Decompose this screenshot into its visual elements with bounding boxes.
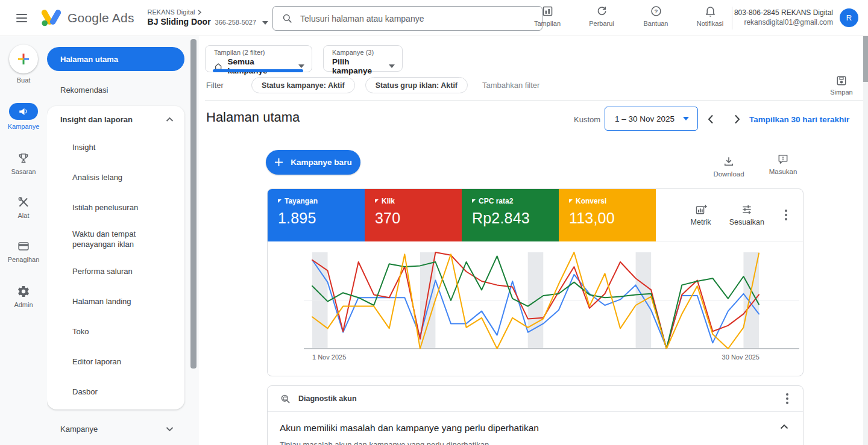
create-button[interactable]	[9, 45, 38, 73]
date-range-value: 1 – 30 Nov 2025	[615, 114, 675, 123]
diagnostics-header: Diagnostik akun	[268, 386, 803, 412]
diagnostics-subtitle: Tinjau masalah akun dan kampanye yang pe…	[280, 440, 788, 445]
notifications-button[interactable]: Notifikasi	[691, 5, 729, 27]
dropdown-caret-icon	[389, 64, 395, 68]
campaigns-pill	[9, 103, 38, 120]
nav-item-report-editor[interactable]: Editor laporan	[47, 347, 184, 377]
date-mode-label: Kustom	[574, 115, 600, 124]
megaphone-icon	[18, 106, 29, 117]
filter-label: Filter	[206, 81, 224, 90]
metric-dropdown-icon	[569, 199, 573, 203]
nav-group-campaigns[interactable]: Kampanye	[47, 417, 184, 441]
nav-item-auction-insights[interactable]: Analisis lelang	[47, 163, 184, 193]
help-icon: ?	[650, 5, 662, 17]
download-icon	[723, 155, 735, 167]
chevron-left-icon	[708, 114, 714, 124]
account-name: BJ Sliding Door	[148, 17, 211, 28]
chart-controls: Metrik Sesuaikan	[656, 189, 803, 241]
credit-card-icon	[17, 240, 30, 253]
rail-label-tools: Alat	[18, 212, 30, 219]
product-name: Google Ads	[68, 11, 134, 25]
metric-card-impressions[interactable]: Tayangan 1.895	[268, 189, 365, 241]
icon-rail: Buat Kampanye Sasaran Alat	[0, 36, 47, 445]
show-last-30-days-link[interactable]: Tampilkan 30 hari terakhir	[749, 115, 849, 124]
avatar[interactable]: R	[840, 8, 858, 27]
diagnostics-body: Akun memiliki masalah dan kampanye yang …	[268, 412, 803, 445]
nav-scrollbar[interactable]	[190, 39, 197, 369]
rail-label-campaigns: Kampanye	[8, 123, 40, 130]
google-ads-logo[interactable]: Google Ads	[41, 8, 134, 27]
feedback-button[interactable]: Masukan	[764, 153, 802, 175]
svg-text:?: ?	[654, 8, 658, 14]
refresh-button[interactable]: Perbarui	[582, 5, 621, 27]
breadcrumb-parent: REKANS Digital	[148, 8, 195, 17]
metric-dropdown-icon	[472, 199, 476, 203]
filter-chip-campaign-status[interactable]: Status kampanye: Aktif	[251, 77, 355, 93]
rail-item-goals[interactable]: Sasaran	[11, 152, 36, 175]
trophy-icon	[17, 152, 30, 165]
rail-item-create[interactable]: Buat	[9, 36, 38, 84]
x-axis-start-label: 1 Nov 2025	[312, 353, 346, 361]
nav-item-landing-pages[interactable]: Halaman landing	[47, 287, 184, 317]
diagnostics-more-menu[interactable]	[784, 391, 791, 406]
rail-item-admin[interactable]: Admin	[14, 285, 33, 308]
nav-item-channel-performance[interactable]: Performa saluran	[47, 257, 184, 287]
page-title: Halaman utama	[206, 110, 300, 125]
help-button[interactable]: ? Bantuan	[637, 5, 675, 27]
adjust-button[interactable]: Sesuaikan	[729, 204, 764, 226]
collapse-chevron-icon[interactable]	[780, 424, 788, 429]
metrics-button[interactable]: Metrik	[691, 204, 711, 226]
appearance-button[interactable]: Tampilan	[528, 5, 567, 27]
nav-item-dashboard[interactable]: Dasbor	[47, 377, 184, 407]
campaign-select-dropdown[interactable]: Kampanye (3) Pilih kampanye	[323, 45, 403, 72]
rail-item-billing[interactable]: Penagihan	[8, 240, 40, 263]
download-button[interactable]: Download	[709, 155, 748, 178]
window-scrollbar-thumb[interactable]	[863, 36, 868, 82]
nav-item-home[interactable]: Halaman utama	[47, 47, 184, 71]
save-button[interactable]: Simpan	[826, 75, 857, 96]
filter-chip-adgroup-status[interactable]: Status grup iklan: Aktif	[365, 77, 468, 93]
google-ads-logo-icon	[41, 8, 61, 27]
multicolor-plus-icon	[16, 52, 31, 66]
nav-group-insights[interactable]: Insight dan laporan	[47, 106, 184, 132]
nav-item-recommendations[interactable]: Rekomendasi	[47, 77, 184, 102]
nav-item-when-where-ads[interactable]: Waktu dan tempat penayangan iklan	[47, 223, 184, 257]
account-diagnostics-card: Diagnostik akun Akun memiliki masalah da…	[267, 385, 804, 445]
new-campaign-button[interactable]: Kampanye baru	[266, 150, 360, 175]
account-breadcrumb[interactable]: REKANS Digital BJ Sliding Door 366-258-5…	[148, 8, 269, 27]
nav-group-insights-card: Insight dan laporan Insight Analisis lel…	[47, 106, 184, 409]
metric-dropdown-icon	[375, 199, 379, 203]
metrics-chart-icon	[694, 204, 708, 216]
chart-more-menu[interactable]	[782, 207, 790, 223]
date-prev-button[interactable]	[703, 111, 719, 127]
tools-icon	[17, 196, 30, 209]
metric-card-avg-cpc[interactable]: CPC rata2 Rp2.843	[462, 189, 559, 241]
user-account-info[interactable]: 803-806-2845 REKANS Digital rekansdigita…	[734, 8, 833, 27]
rail-item-tools[interactable]: Alat	[17, 196, 30, 219]
performance-line-chart[interactable]	[268, 244, 804, 362]
feedback-icon	[777, 153, 789, 165]
x-axis-end-label: 30 Nov 2025	[722, 353, 760, 361]
date-range-picker[interactable]: 1 – 30 Nov 2025	[605, 107, 698, 131]
nav-item-search-terms[interactable]: Istilah penelusuran	[47, 193, 184, 223]
nav-item-stores[interactable]: Toko	[47, 317, 184, 347]
filter-bar: Filter Status kampanye: Aktif Status gru…	[206, 77, 539, 93]
search-input[interactable]	[300, 14, 533, 23]
rail-label-billing: Penagihan	[8, 256, 40, 263]
global-search[interactable]	[272, 6, 542, 31]
add-filter-button[interactable]: Tambahkan filter	[482, 81, 539, 90]
rail-label-admin: Admin	[14, 301, 33, 308]
date-next-button[interactable]	[729, 111, 745, 127]
menu-icon[interactable]	[7, 4, 36, 33]
metric-card-conversions[interactable]: Konversi 113,00	[559, 189, 656, 241]
user-account-line1: 803-806-2845 REKANS Digital	[734, 8, 833, 17]
toolbar-divider	[205, 100, 863, 101]
window-scrollbar-track[interactable]	[863, 36, 868, 445]
nav-item-insight[interactable]: Insight	[47, 132, 184, 163]
top-app-bar: Google Ads REKANS Digital BJ Sliding Doo…	[0, 0, 868, 36]
search-icon	[281, 13, 293, 24]
metric-card-clicks[interactable]: Klik 370	[365, 189, 462, 241]
view-filter-dropdown[interactable]: Tampilan (2 filter) Semua kampanye	[205, 45, 312, 72]
rail-item-campaigns[interactable]: Kampanye	[8, 103, 40, 130]
save-icon	[835, 75, 848, 87]
